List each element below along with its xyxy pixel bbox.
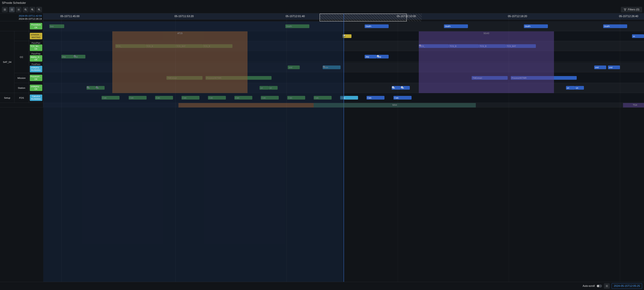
timeline-event[interactable]: de1 [392, 86, 401, 90]
ruler-tick: 05-15T11:45:00 [60, 15, 80, 18]
timeline-event[interactable]: de1 [401, 86, 410, 90]
timeline-event[interactable]: dep1 [73, 55, 86, 59]
timeline-event[interactable]: un [268, 86, 278, 90]
timeline-event[interactable]: TCS_1 [419, 44, 449, 48]
timeline-lane[interactable] [43, 103, 644, 107]
timeline-event[interactable]: Calc [182, 96, 200, 100]
timeline-event[interactable]: Calc [261, 96, 279, 100]
chip-cell: ProcedureOK [29, 21, 43, 31]
status-chip[interactable]: deploy_tc…OK [30, 55, 42, 62]
row-label [0, 21, 29, 31]
status-chip[interactable]: schedule…WAITING [30, 33, 42, 39]
time-ruler[interactable]: 05-15T11:45:0005-15T11:53:2005-15T12:01:… [43, 13, 644, 19]
timeline-event[interactable]: Calc [340, 96, 358, 100]
group-label-fds: FDS [14, 93, 29, 103]
timeline-event[interactable]: GlolPr [364, 24, 389, 28]
status-chip[interactable]: undeploy…RUNNING [30, 66, 42, 72]
timeline-event[interactable]: un [575, 86, 584, 90]
timeline-event[interactable]: ProcessHKTMR [206, 76, 272, 80]
ruler-tick: 05-15T12:26:40 [619, 15, 638, 18]
timeline-event[interactable]: TMExtract [166, 76, 202, 80]
timeline-event[interactable]: TCS_B [202, 44, 232, 48]
timeline-lane[interactable]: depdep1depdep1 [43, 52, 644, 62]
status-chip[interactable]: undeploy…OK [30, 85, 42, 91]
timeline-event[interactable]: de1 [86, 86, 96, 90]
timeline-lane[interactable]: sc1sc [43, 31, 644, 41]
status-chip[interactable]: TCS_BAT…OK [30, 44, 42, 51]
group-label-setup: Setup [0, 93, 14, 103]
timeline-event[interactable]: TCS_BAT [506, 44, 536, 48]
timeline-event[interactable]: und [594, 65, 606, 69]
zoom-out-button[interactable] [23, 7, 28, 12]
timeline-event[interactable]: TCS_B [479, 44, 506, 48]
timeline-event[interactable]: Calc [394, 96, 412, 100]
status-chip[interactable]: ProcessH…OK [30, 75, 42, 81]
view-compact-button[interactable] [16, 7, 22, 12]
status-chip[interactable]: Calcul14RUNNING [30, 95, 42, 101]
range-start: 2024-05-15T11:42:59 [19, 14, 42, 17]
timeline-event[interactable]: ProcessHKTMR [511, 76, 577, 80]
timeline-event[interactable]: TCS_ [115, 44, 146, 48]
zoom-in-button[interactable] [30, 7, 35, 12]
group-label-cc: CC [14, 41, 29, 73]
timeline-lane[interactable]: booGlolPrGlolPrGlolPrGlolPrGlolPr [43, 21, 644, 31]
chip-cell: undeploy…OK [29, 83, 43, 93]
timeline-event[interactable]: Calc [129, 96, 147, 100]
timeline-event[interactable]: GlolPr [524, 24, 548, 28]
row-label [14, 31, 29, 41]
timeline-event[interactable]: TCS_B [449, 44, 479, 48]
timeline-event[interactable]: dep [61, 55, 73, 59]
timeline-event[interactable]: GlolPr [285, 24, 309, 28]
menu-button[interactable] [2, 7, 8, 12]
timeline-event[interactable]: GlolPr [444, 24, 468, 28]
filters-button[interactable]: Filters (0) [621, 7, 642, 12]
timeline-lane[interactable]: TMExtractProcessHKTMRTMExtractProcessHKT… [43, 73, 644, 83]
timeline-grid: 2024-05-15T11:42:59 2024-05-15T12:28:19 … [0, 13, 644, 107]
timeline-event[interactable]: Calc [208, 96, 226, 100]
timeline-event[interactable]: un [566, 86, 575, 90]
chip-cell: schedule…WAITING [29, 31, 43, 41]
timeline-event[interactable]: Calc [287, 96, 305, 100]
current-time: 2024-05-15T12:05:25 [612, 283, 642, 289]
row-label: PassPlanTCS_BAT…OK [29, 41, 43, 52]
timeline-lane[interactable]: TCS_TCS_BTCS_BATTCS_BTCS_1TCS_BTCS_BTCS_… [43, 41, 644, 51]
timeline-event[interactable]: boo [49, 24, 64, 28]
timeline-event[interactable]: Calc [155, 96, 173, 100]
timeline-event[interactable]: Calc [234, 96, 252, 100]
timeline-event[interactable]: Calc [366, 96, 385, 100]
timeline-event[interactable]: Calc [314, 96, 332, 100]
ruler-tick: 05-15T11:53:20 [174, 15, 194, 18]
timeline-event[interactable]: TCS_B [146, 44, 176, 48]
timeline-event[interactable]: und [288, 65, 300, 69]
filters-label: Filters (0) [628, 8, 639, 11]
timeline-lane[interactable]: de1de1ununde1de1unun [43, 83, 644, 93]
timeline-event[interactable]: TMExtract [472, 76, 508, 80]
timeline-event[interactable]: GlolPr [603, 24, 627, 28]
chip-cell: ProcessH…OK [29, 73, 43, 83]
timeline-event[interactable]: und [608, 65, 620, 69]
satellite-label: SAT_04 [0, 31, 14, 93]
autoscroll-toggle[interactable] [596, 285, 602, 288]
timeline-event[interactable]: unde1 [323, 65, 341, 69]
status-chip[interactable]: ProcedureOK [30, 23, 42, 29]
ruler-tick: 05-15T12:01:40 [286, 15, 305, 18]
chip-cell: Calcul14RUNNING [29, 93, 43, 103]
timeline-lane[interactable]: CalcCalcCalcCalcCalcCalcCalcCalcCalcCalc… [43, 93, 644, 103]
timeline-event[interactable]: Calc [102, 96, 120, 100]
timeline-event[interactable]: dep1 [377, 55, 389, 59]
row-label: PostPassundeploy…RUNNING [29, 62, 43, 73]
filter-icon [624, 8, 626, 11]
timeline-event[interactable]: dep [364, 55, 377, 59]
group-label-mission: Mission [14, 73, 29, 83]
timeline-event[interactable]: de1 [96, 86, 104, 90]
timeline-event[interactable]: TCS_BAT [176, 44, 202, 48]
range-end: 2024-05-15T12:28:19 [19, 17, 42, 20]
timeline-event[interactable]: sc [632, 34, 644, 38]
timeline-event[interactable]: sc1 [342, 34, 352, 38]
settings-button[interactable] [604, 283, 610, 289]
timeline-lane[interactable]: undunde1undund [43, 62, 644, 72]
zoom-fit-button[interactable] [36, 7, 42, 12]
group-label-station: Station [14, 83, 29, 93]
timeline-event[interactable]: un [260, 86, 268, 90]
view-list-button[interactable] [9, 7, 15, 12]
